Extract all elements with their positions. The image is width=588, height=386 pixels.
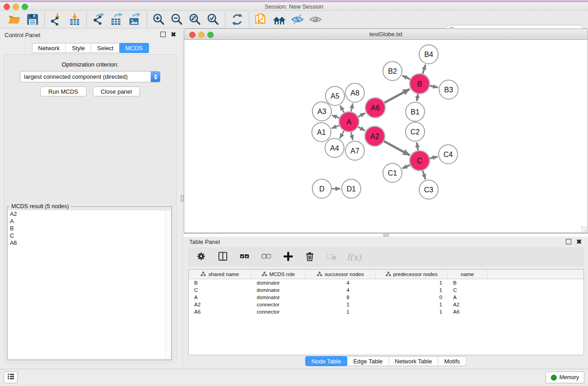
graph-edge-A-A3[interactable]	[332, 115, 339, 118]
graph-edge-A-A8[interactable]	[351, 104, 353, 112]
graph-edge-C-C4[interactable]	[430, 157, 437, 158]
graph-node-C[interactable]: C	[410, 151, 430, 171]
graph-edge-B-B3[interactable]	[430, 86, 438, 88]
zoom-in-icon[interactable]	[152, 12, 166, 27]
graph-node-B1[interactable]: B1	[406, 102, 425, 121]
window-resize-grip[interactable]	[581, 226, 587, 232]
graph-edge-B-B4[interactable]	[423, 65, 425, 74]
graph-edge-A6-B[interactable]	[384, 89, 410, 103]
export-network-icon[interactable]	[91, 12, 106, 27]
graph-node-C3[interactable]: C3	[419, 180, 438, 199]
graph-node-D1[interactable]: D1	[342, 179, 361, 198]
home-icon[interactable]	[272, 12, 287, 27]
table-row[interactable]: Bdominator41B	[189, 279, 583, 286]
tab-mcds[interactable]: MCDS	[120, 43, 149, 53]
graph-node-A2[interactable]: A2	[365, 126, 385, 146]
close-panel-button[interactable]: Close panel	[93, 86, 140, 96]
graph-node-A4[interactable]: A4	[325, 138, 344, 157]
mcds-result-item[interactable]: A6	[8, 239, 171, 247]
result-scrollbar[interactable]	[165, 210, 171, 359]
tab-motifs[interactable]: Motifs	[438, 356, 466, 366]
deselect-all-checkboxes-icon[interactable]	[261, 251, 273, 263]
network-window-titlebar[interactable]: testGlobe.txt	[184, 29, 588, 40]
select-all-checkboxes-icon[interactable]	[239, 251, 251, 263]
zoom-fit-icon[interactable]	[188, 12, 202, 27]
horizontal-splitter[interactable]	[184, 233, 588, 237]
network-canvas[interactable]: B4B2BB3A5A8A6A3B1AA1C2A2A4A7C4CC1DD1C3	[184, 40, 588, 233]
run-mcds-button[interactable]: Run MCDS	[40, 86, 86, 96]
table-row[interactable]: Adominator80A	[189, 294, 583, 301]
table-row[interactable]: Cdominator41C	[189, 286, 583, 294]
float-panel-icon[interactable]	[566, 239, 571, 244]
graph-edge-A-A1[interactable]	[331, 125, 339, 128]
mcds-result-item[interactable]: C	[8, 232, 171, 239]
import-network-icon[interactable]	[49, 12, 64, 27]
tab-network-table[interactable]: Network Table	[389, 356, 438, 366]
graph-node-A8[interactable]: A8	[345, 83, 364, 102]
graph-edge-A-A5[interactable]	[340, 105, 344, 113]
graph-node-B2[interactable]: B2	[383, 62, 402, 81]
zoom-selected-icon[interactable]	[206, 12, 220, 27]
table-row[interactable]: A2connector11A2	[189, 301, 583, 308]
tab-node-table[interactable]: Node Table	[305, 356, 348, 366]
tab-edge-table[interactable]: Edge Table	[347, 356, 389, 366]
task-history-button[interactable]	[4, 372, 18, 383]
refresh-view-icon[interactable]	[230, 12, 244, 27]
graph-node-A3[interactable]: A3	[312, 102, 331, 121]
duplicate-network-icon[interactable]	[254, 12, 268, 27]
graph-node-B4[interactable]: B4	[419, 45, 438, 64]
mcds-result-item[interactable]: B	[8, 225, 171, 232]
graph-node-A1[interactable]: A1	[312, 123, 331, 142]
close-panel-icon[interactable]: ✖	[576, 239, 582, 244]
graph-edge-C-C2[interactable]	[417, 143, 418, 151]
graph-edge-A-A4[interactable]	[340, 131, 344, 138]
column-header-MCDS-role[interactable]: MCDS role	[251, 270, 306, 279]
graph-edge-B-B2[interactable]	[402, 76, 410, 79]
tab-style[interactable]: Style	[66, 43, 91, 53]
memory-button[interactable]: Memory	[545, 372, 584, 383]
graph-edge-C-C1[interactable]	[402, 165, 410, 168]
column-header-predecessor-nodes[interactable]: predecessor nodes	[376, 270, 448, 279]
graph-edge-A-A7[interactable]	[351, 132, 353, 140]
graph-node-B[interactable]: B	[410, 74, 430, 94]
column-layout-icon[interactable]	[218, 251, 229, 263]
graph-node-D[interactable]: D	[312, 179, 331, 198]
graph-node-C2[interactable]: C2	[406, 122, 425, 141]
zoom-out-icon[interactable]	[170, 12, 184, 27]
graph-node-C4[interactable]: C4	[439, 145, 458, 164]
optimization-criterion-select[interactable]: largest connected component (directed)	[20, 71, 160, 82]
mcds-result-item[interactable]: A	[8, 218, 171, 225]
add-column-icon[interactable]	[283, 251, 295, 263]
import-table-icon[interactable]	[67, 12, 82, 27]
splitter-handle[interactable]	[181, 195, 184, 202]
graph-edge-B-B1[interactable]	[417, 94, 418, 101]
column-header-shared-name[interactable]: shared name	[189, 270, 251, 279]
delete-column-icon[interactable]	[305, 251, 316, 263]
table-settings-gear-icon[interactable]	[196, 251, 208, 263]
save-session-icon[interactable]	[25, 12, 40, 27]
mcds-result-list[interactable]: A2ABCA6	[8, 210, 171, 359]
hide-panels-eye-icon[interactable]	[290, 12, 305, 27]
graph-node-A7[interactable]: A7	[345, 141, 364, 160]
graph-node-A6[interactable]: A6	[365, 98, 385, 118]
graph-edge-C-C3[interactable]	[423, 171, 425, 179]
graph-node-A5[interactable]: A5	[325, 86, 344, 105]
export-table-icon[interactable]	[110, 12, 124, 27]
float-panel-icon[interactable]	[160, 32, 166, 37]
vertical-splitter[interactable]	[181, 29, 184, 369]
graph-node-C1[interactable]: C1	[383, 163, 402, 182]
column-header-successor-nodes[interactable]: successor nodes	[306, 270, 376, 279]
tab-network[interactable]: Network	[32, 43, 66, 53]
graph-node-B3[interactable]: B3	[439, 80, 458, 99]
mcds-result-item[interactable]: A2	[8, 210, 171, 218]
graph-edge-A-A6[interactable]	[358, 113, 365, 117]
graph-edge-A2-C[interactable]	[384, 141, 410, 155]
gray-eye-icon[interactable]	[308, 12, 323, 27]
column-header-name[interactable]: name	[448, 270, 488, 279]
open-file-icon[interactable]	[7, 12, 22, 27]
export-image-icon[interactable]	[128, 12, 142, 27]
table-row[interactable]: A6connector11A6	[189, 308, 583, 315]
graph-edge-A-A2[interactable]	[358, 127, 365, 131]
app-titlebar[interactable]: Session: New Session	[0, 2, 588, 11]
tab-select[interactable]: Select	[91, 43, 120, 53]
